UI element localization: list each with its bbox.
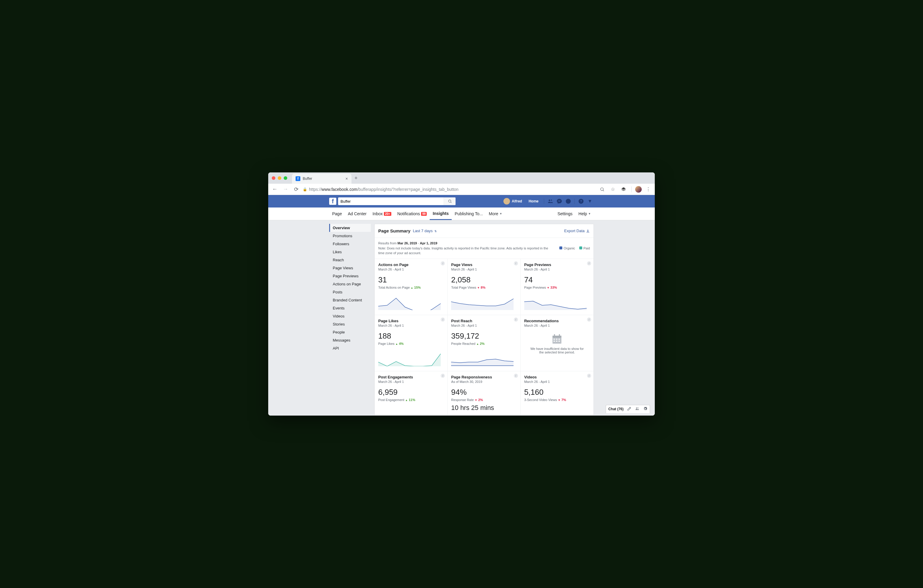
sidebar-item-api[interactable]: API: [329, 344, 371, 352]
profile-avatar[interactable]: [635, 186, 642, 193]
tab-settings[interactable]: Settings: [555, 207, 576, 220]
info-icon[interactable]: i: [514, 374, 518, 378]
metric-card-page-previews[interactable]: i Page Previews March 26 - April 174 Pag…: [521, 259, 593, 315]
notifications-globe-icon[interactable]: [564, 197, 572, 205]
back-button[interactable]: ←: [271, 185, 279, 194]
metric-card-videos[interactable]: i Videos March 26 - April 15,160 3-Secon…: [521, 371, 593, 415]
sidebar-item-reach[interactable]: Reach: [329, 256, 371, 264]
sidebar-item-people[interactable]: People: [329, 328, 371, 336]
tab-publishing-tools[interactable]: Publishing To...: [452, 207, 486, 220]
tab-notifications[interactable]: Notifications99: [394, 207, 430, 220]
card-value: 5,160: [524, 388, 590, 397]
tab-insights[interactable]: Insights: [430, 207, 452, 220]
svg-line-1: [603, 190, 604, 191]
titlebar: f Buffer × +: [268, 172, 655, 184]
legend: Organic Paid: [559, 241, 590, 256]
metric-card-recommendations[interactable]: i Recommendations March 26 - April 1 We …: [521, 315, 593, 371]
page-summary-title: Page Summary: [378, 228, 411, 233]
facebook-logo[interactable]: f: [329, 198, 336, 205]
summary-header: Page Summary Last 7 days ⇅ Export Data: [374, 224, 593, 238]
info-icon[interactable]: i: [514, 261, 518, 266]
friend-requests-icon[interactable]: [547, 197, 554, 205]
help-icon[interactable]: ?: [577, 197, 585, 205]
metric-card-post-reach[interactable]: i Post Reach March 26 - April 1359,172 P…: [448, 315, 521, 371]
export-data-button[interactable]: Export Data: [564, 228, 590, 233]
card-title: Videos: [524, 375, 590, 379]
info-icon[interactable]: i: [587, 261, 591, 266]
sidebar-item-posts[interactable]: Posts: [329, 288, 371, 296]
new-tab-button[interactable]: +: [355, 175, 358, 181]
close-tab-icon[interactable]: ×: [345, 176, 348, 181]
metric-card-page-responsiveness[interactable]: i Page Responsiveness As of March 30, 20…: [448, 371, 521, 415]
url-field[interactable]: 🔒 https://www.facebook.com/bufferapp/ins…: [303, 187, 596, 192]
metric-card-post-engagements[interactable]: i Post Engagements March 26 - April 16,9…: [374, 371, 448, 415]
sidebar-item-page-previews[interactable]: Page Previews: [329, 272, 371, 280]
tab-help[interactable]: Help▼: [575, 207, 594, 220]
sidebar-item-videos[interactable]: Videos: [329, 312, 371, 320]
minimize-window-button[interactable]: [278, 176, 281, 180]
calendar-icon: [551, 333, 563, 345]
svg-rect-18: [559, 334, 560, 336]
group-icon[interactable]: [635, 407, 640, 412]
info-icon[interactable]: i: [587, 374, 591, 378]
tab-ad-center[interactable]: Ad Center: [345, 207, 370, 220]
gear-icon[interactable]: [643, 407, 647, 412]
tab-title: Buffer: [303, 177, 312, 181]
sidebar-item-promotions[interactable]: Promotions: [329, 232, 371, 240]
fb-profile-link[interactable]: Alfred: [501, 198, 524, 205]
tab-inbox[interactable]: Inbox20+: [370, 207, 394, 220]
card-subtitle: As of March 30, 2019: [451, 380, 517, 383]
search-button[interactable]: [443, 197, 455, 205]
sidebar-item-actions-on-page[interactable]: Actions on Page: [329, 280, 371, 288]
home-link[interactable]: Home: [526, 199, 542, 203]
info-icon[interactable]: i: [441, 317, 445, 322]
compose-message-icon[interactable]: [627, 407, 631, 412]
date-range-dropdown[interactable]: Last 7 days ⇅: [413, 228, 437, 233]
sidebar-item-page-views[interactable]: Page Views: [329, 264, 371, 272]
sidebar-item-likes[interactable]: Likes: [329, 248, 371, 256]
sidebar-item-overview[interactable]: Overview: [329, 224, 371, 232]
metric-card-actions-on-page[interactable]: i Actions on Page March 26 - April 131 T…: [374, 259, 448, 315]
chat-bar[interactable]: Chat (76): [606, 405, 650, 413]
sidebar-item-followers[interactable]: Followers: [329, 240, 371, 248]
legend-paid-swatch: [579, 246, 582, 250]
info-icon[interactable]: i: [587, 317, 591, 322]
account-dropdown-icon[interactable]: ▼: [586, 197, 594, 205]
sidebar-item-events[interactable]: Events: [329, 304, 371, 312]
sidebar-item-messages[interactable]: Messages: [329, 336, 371, 344]
bookmark-star-icon[interactable]: ☆: [609, 185, 617, 194]
sidebar-item-stories[interactable]: Stories: [329, 320, 371, 328]
insights-main: Page Summary Last 7 days ⇅ Export Data R…: [374, 224, 594, 416]
svg-point-7: [566, 199, 571, 204]
sidebar-item-branded-content[interactable]: Branded Content: [329, 296, 371, 304]
tab-page[interactable]: Page: [329, 207, 345, 220]
reload-button[interactable]: ⟳: [292, 185, 301, 194]
user-name: Alfred: [512, 199, 522, 203]
sparkline-chart: [451, 349, 514, 366]
zoom-icon[interactable]: [598, 185, 606, 194]
card-subtitle: March 26 - April 1: [524, 324, 590, 327]
facebook-favicon: f: [296, 176, 301, 181]
forward-button[interactable]: →: [281, 185, 290, 194]
messenger-icon[interactable]: [555, 197, 563, 205]
search-input[interactable]: [338, 199, 443, 204]
insights-sidebar: OverviewPromotionsFollowersLikesReachPag…: [329, 224, 371, 352]
card-description: Total Page Views ▼ 8%: [451, 286, 517, 289]
browser-tab[interactable]: f Buffer ×: [292, 174, 351, 184]
tab-more[interactable]: More▼: [486, 207, 505, 220]
metric-card-page-likes[interactable]: i Page Likes March 26 - April 1188 Page …: [374, 315, 448, 371]
card-value: 31: [378, 275, 443, 284]
svg-rect-20: [556, 338, 558, 340]
sparkline-chart: [451, 293, 514, 310]
close-window-button[interactable]: [272, 176, 275, 180]
info-icon[interactable]: i: [441, 374, 445, 378]
chrome-menu-icon[interactable]: ⋮: [644, 185, 652, 194]
card-value: 188: [378, 332, 443, 341]
legend-organic-swatch: [559, 246, 562, 250]
buffer-extension-icon[interactable]: [619, 185, 628, 194]
info-icon[interactable]: i: [514, 317, 518, 322]
maximize-window-button[interactable]: [284, 176, 287, 180]
metric-card-page-views[interactable]: i Page Views March 26 - April 12,058 Tot…: [448, 259, 521, 315]
info-icon[interactable]: i: [441, 261, 445, 266]
card-title: Post Reach: [451, 319, 517, 323]
